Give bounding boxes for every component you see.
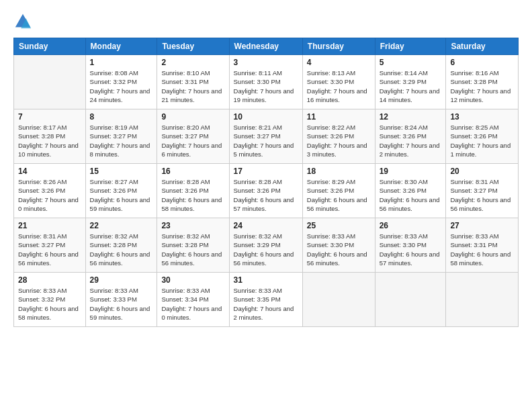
cell-info: Sunrise: 8:21 AM Sunset: 3:27 PM Dayligh… <box>234 123 298 158</box>
cell-content: 2Sunrise: 8:10 AM Sunset: 3:31 PM Daylig… <box>161 58 224 106</box>
day-number: 13 <box>450 112 514 122</box>
calendar-cell: 12Sunrise: 8:24 AM Sunset: 3:26 PM Dayli… <box>375 109 446 164</box>
day-number: 28 <box>18 275 81 285</box>
cell-info: Sunrise: 8:17 AM Sunset: 3:28 PM Dayligh… <box>18 123 81 158</box>
calendar-cell: 19Sunrise: 8:30 AM Sunset: 3:26 PM Dayli… <box>375 164 446 218</box>
cell-info: Sunrise: 8:31 AM Sunset: 3:27 PM Dayligh… <box>450 177 514 213</box>
calendar-cell: 20Sunrise: 8:31 AM Sunset: 3:27 PM Dayli… <box>446 164 519 218</box>
cell-content: 19Sunrise: 8:30 AM Sunset: 3:26 PM Dayli… <box>380 167 442 215</box>
calendar-cell: 14Sunrise: 8:26 AM Sunset: 3:26 PM Dayli… <box>14 164 86 218</box>
day-number: 24 <box>234 221 298 230</box>
calendar-cell: 16Sunrise: 8:28 AM Sunset: 3:26 PM Dayli… <box>157 164 229 218</box>
calendar-week-5: 28Sunrise: 8:33 AM Sunset: 3:32 PM Dayli… <box>14 273 519 327</box>
calendar-cell: 11Sunrise: 8:22 AM Sunset: 3:26 PM Dayli… <box>302 109 375 164</box>
cell-info: Sunrise: 8:28 AM Sunset: 3:26 PM Dayligh… <box>234 177 298 213</box>
day-number: 10 <box>234 112 298 122</box>
cell-content: 7Sunrise: 8:17 AM Sunset: 3:28 PM Daylig… <box>18 112 81 161</box>
calendar-cell <box>375 273 446 327</box>
cell-content: 30Sunrise: 8:33 AM Sunset: 3:34 PM Dayli… <box>161 275 224 324</box>
calendar-week-2: 7Sunrise: 8:17 AM Sunset: 3:28 PM Daylig… <box>14 109 519 164</box>
cell-info: Sunrise: 8:31 AM Sunset: 3:27 PM Dayligh… <box>18 232 81 267</box>
day-number: 16 <box>161 167 224 176</box>
cell-content: 31Sunrise: 8:33 AM Sunset: 3:35 PM Dayli… <box>234 275 298 324</box>
cell-info: Sunrise: 8:24 AM Sunset: 3:26 PM Dayligh… <box>380 123 442 158</box>
cell-info: Sunrise: 8:16 AM Sunset: 3:28 PM Dayligh… <box>450 68 514 104</box>
calendar-cell: 15Sunrise: 8:27 AM Sunset: 3:26 PM Dayli… <box>85 164 157 218</box>
day-number: 14 <box>18 167 81 176</box>
cell-info: Sunrise: 8:33 AM Sunset: 3:34 PM Dayligh… <box>161 286 224 322</box>
cell-info: Sunrise: 8:33 AM Sunset: 3:33 PM Dayligh… <box>90 286 153 322</box>
day-number: 19 <box>380 167 442 176</box>
cell-info: Sunrise: 8:33 AM Sunset: 3:31 PM Dayligh… <box>450 232 514 267</box>
calendar-cell: 22Sunrise: 8:32 AM Sunset: 3:28 PM Dayli… <box>85 218 157 273</box>
calendar-header-wednesday: Wednesday <box>229 38 302 55</box>
cell-info: Sunrise: 8:19 AM Sunset: 3:27 PM Dayligh… <box>90 123 153 158</box>
day-number: 26 <box>380 221 442 230</box>
cell-content: 13Sunrise: 8:25 AM Sunset: 3:26 PM Dayli… <box>450 112 514 161</box>
calendar-cell: 21Sunrise: 8:31 AM Sunset: 3:27 PM Dayli… <box>14 218 86 273</box>
day-number: 23 <box>161 221 224 230</box>
cell-content: 15Sunrise: 8:27 AM Sunset: 3:26 PM Dayli… <box>90 167 153 215</box>
cell-content: 17Sunrise: 8:28 AM Sunset: 3:26 PM Dayli… <box>234 167 298 215</box>
day-number: 22 <box>90 221 153 230</box>
cell-content: 28Sunrise: 8:33 AM Sunset: 3:32 PM Dayli… <box>18 275 81 324</box>
calendar-header-monday: Monday <box>85 38 157 55</box>
cell-info: Sunrise: 8:29 AM Sunset: 3:26 PM Dayligh… <box>307 177 371 213</box>
calendar-cell: 18Sunrise: 8:29 AM Sunset: 3:26 PM Dayli… <box>302 164 375 218</box>
calendar-cell: 8Sunrise: 8:19 AM Sunset: 3:27 PM Daylig… <box>85 109 157 164</box>
calendar-cell <box>302 273 375 327</box>
header <box>13 12 519 31</box>
calendar-cell: 2Sunrise: 8:10 AM Sunset: 3:31 PM Daylig… <box>157 55 229 109</box>
cell-info: Sunrise: 8:28 AM Sunset: 3:26 PM Dayligh… <box>161 177 224 213</box>
calendar-cell: 31Sunrise: 8:33 AM Sunset: 3:35 PM Dayli… <box>229 273 302 327</box>
calendar-cell: 4Sunrise: 8:13 AM Sunset: 3:30 PM Daylig… <box>302 55 375 109</box>
day-number: 30 <box>161 275 224 285</box>
calendar: SundayMondayTuesdayWednesdayThursdayFrid… <box>13 38 519 327</box>
cell-content: 14Sunrise: 8:26 AM Sunset: 3:26 PM Dayli… <box>18 167 81 215</box>
cell-content: 16Sunrise: 8:28 AM Sunset: 3:26 PM Dayli… <box>161 167 224 215</box>
cell-info: Sunrise: 8:11 AM Sunset: 3:30 PM Dayligh… <box>234 68 298 104</box>
cell-info: Sunrise: 8:14 AM Sunset: 3:29 PM Dayligh… <box>380 68 442 104</box>
calendar-cell: 23Sunrise: 8:32 AM Sunset: 3:28 PM Dayli… <box>157 218 229 273</box>
day-number: 18 <box>307 167 371 176</box>
calendar-header-row: SundayMondayTuesdayWednesdayThursdayFrid… <box>14 38 519 55</box>
cell-content: 9Sunrise: 8:20 AM Sunset: 3:27 PM Daylig… <box>161 112 224 161</box>
cell-content: 8Sunrise: 8:19 AM Sunset: 3:27 PM Daylig… <box>90 112 153 161</box>
calendar-cell: 27Sunrise: 8:33 AM Sunset: 3:31 PM Dayli… <box>446 218 519 273</box>
cell-content: 18Sunrise: 8:29 AM Sunset: 3:26 PM Dayli… <box>307 167 371 215</box>
calendar-week-3: 14Sunrise: 8:26 AM Sunset: 3:26 PM Dayli… <box>14 164 519 218</box>
day-number: 9 <box>161 112 224 122</box>
cell-content: 20Sunrise: 8:31 AM Sunset: 3:27 PM Dayli… <box>450 167 514 215</box>
cell-info: Sunrise: 8:26 AM Sunset: 3:26 PM Dayligh… <box>18 177 81 213</box>
cell-content: 6Sunrise: 8:16 AM Sunset: 3:28 PM Daylig… <box>450 58 514 106</box>
cell-content: 24Sunrise: 8:32 AM Sunset: 3:29 PM Dayli… <box>234 221 298 269</box>
cell-content: 10Sunrise: 8:21 AM Sunset: 3:27 PM Dayli… <box>234 112 298 161</box>
cell-content: 12Sunrise: 8:24 AM Sunset: 3:26 PM Dayli… <box>380 112 442 161</box>
cell-content: 29Sunrise: 8:33 AM Sunset: 3:33 PM Dayli… <box>90 275 153 324</box>
calendar-cell: 3Sunrise: 8:11 AM Sunset: 3:30 PM Daylig… <box>229 55 302 109</box>
calendar-header-friday: Friday <box>375 38 446 55</box>
calendar-header-tuesday: Tuesday <box>157 38 229 55</box>
calendar-cell <box>14 55 86 109</box>
cell-info: Sunrise: 8:33 AM Sunset: 3:35 PM Dayligh… <box>234 286 298 322</box>
day-number: 1 <box>90 58 153 67</box>
calendar-header-sunday: Sunday <box>14 38 86 55</box>
calendar-header-saturday: Saturday <box>446 38 519 55</box>
day-number: 31 <box>234 275 298 285</box>
calendar-cell: 1Sunrise: 8:08 AM Sunset: 3:32 PM Daylig… <box>85 55 157 109</box>
day-number: 27 <box>450 221 514 230</box>
calendar-cell: 6Sunrise: 8:16 AM Sunset: 3:28 PM Daylig… <box>446 55 519 109</box>
cell-info: Sunrise: 8:20 AM Sunset: 3:27 PM Dayligh… <box>161 123 224 158</box>
logo-icon <box>13 12 32 31</box>
day-number: 12 <box>380 112 442 122</box>
cell-content: 11Sunrise: 8:22 AM Sunset: 3:26 PM Dayli… <box>307 112 371 161</box>
calendar-cell: 26Sunrise: 8:33 AM Sunset: 3:30 PM Dayli… <box>375 218 446 273</box>
cell-info: Sunrise: 8:33 AM Sunset: 3:32 PM Dayligh… <box>18 286 81 322</box>
page: SundayMondayTuesdayWednesdayThursdayFrid… <box>0 0 532 411</box>
cell-info: Sunrise: 8:32 AM Sunset: 3:28 PM Dayligh… <box>161 232 224 267</box>
cell-content: 1Sunrise: 8:08 AM Sunset: 3:32 PM Daylig… <box>90 58 153 106</box>
calendar-week-1: 1Sunrise: 8:08 AM Sunset: 3:32 PM Daylig… <box>14 55 519 109</box>
day-number: 5 <box>380 58 442 67</box>
day-number: 17 <box>234 167 298 176</box>
day-number: 3 <box>234 58 298 67</box>
